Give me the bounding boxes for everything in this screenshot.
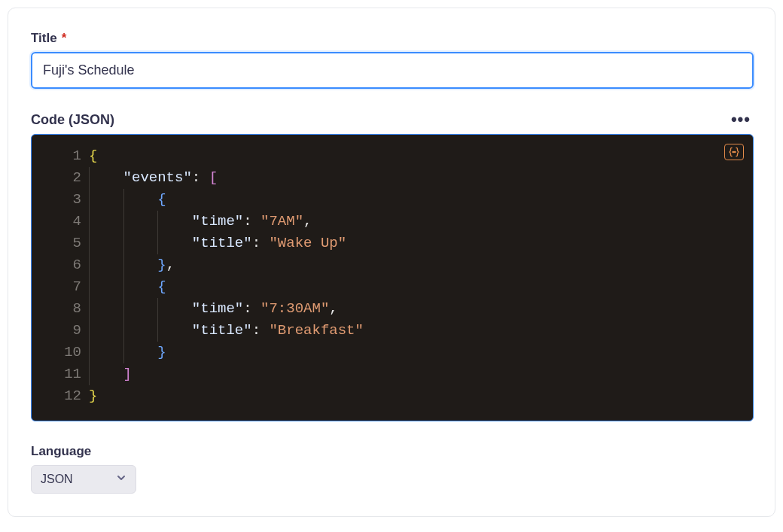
line-number: 11 <box>42 363 81 385</box>
code-body[interactable]: 1{2 "events": [3 {4 "time": "7AM",5 "tit… <box>42 145 742 407</box>
code-label: Code (JSON) <box>31 112 114 128</box>
more-options-button[interactable]: ••• <box>728 111 754 128</box>
code-line[interactable]: 6 }, <box>42 254 742 276</box>
line-number: 5 <box>42 233 81 254</box>
svg-point-2 <box>735 152 736 153</box>
title-label: Title * <box>31 31 752 46</box>
code-line[interactable]: 7 { <box>42 276 742 298</box>
code-line[interactable]: 12} <box>42 385 742 407</box>
code-line[interactable]: 8 "time": "7:30AM", <box>42 298 742 320</box>
form-panel: Title * Code (JSON) ••• 1{2 "events": [3… <box>8 8 775 517</box>
code-line[interactable]: 10 } <box>42 342 742 363</box>
braces-icon[interactable] <box>724 144 744 160</box>
line-number: 8 <box>42 298 81 320</box>
required-asterisk: * <box>62 31 67 46</box>
code-line[interactable]: 1{ <box>42 145 742 167</box>
line-number: 7 <box>42 276 81 298</box>
title-input[interactable] <box>31 52 754 89</box>
line-number: 1 <box>42 145 81 167</box>
code-line[interactable]: 5 "title": "Wake Up" <box>42 233 742 254</box>
language-selected-value: JSON <box>41 473 73 486</box>
code-line[interactable]: 11 ] <box>42 363 742 385</box>
language-select[interactable]: JSON <box>31 465 136 494</box>
line-number: 9 <box>42 320 81 342</box>
code-line[interactable]: 9 "title": "Breakfast" <box>42 320 742 342</box>
code-editor[interactable]: 1{2 "events": [3 {4 "time": "7AM",5 "tit… <box>31 134 754 421</box>
code-line[interactable]: 4 "time": "7AM", <box>42 211 742 233</box>
line-number: 10 <box>42 342 81 363</box>
line-number: 4 <box>42 211 81 233</box>
code-line[interactable]: 2 "events": [ <box>42 167 742 189</box>
language-block: Language JSON <box>31 444 752 494</box>
line-number: 3 <box>42 189 81 211</box>
code-line[interactable]: 3 { <box>42 189 742 211</box>
language-label: Language <box>31 444 752 459</box>
code-header: Code (JSON) ••• <box>31 111 754 128</box>
line-number: 2 <box>42 167 81 189</box>
chevron-down-icon <box>116 473 126 486</box>
line-number: 12 <box>42 385 81 407</box>
line-number: 6 <box>42 254 81 276</box>
title-label-text: Title <box>31 31 57 46</box>
